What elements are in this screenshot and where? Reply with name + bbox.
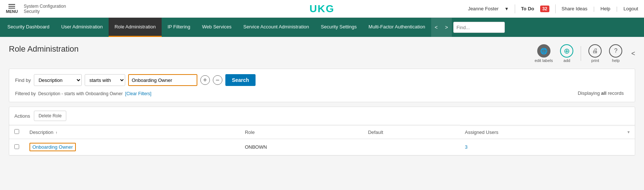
- menu-button[interactable]: MENU: [6, 4, 18, 14]
- nav-find-area: [453, 18, 505, 37]
- table-section: Actions Delete Role Description ↑ Role: [9, 107, 635, 156]
- user-name[interactable]: Jeanne Foster: [468, 6, 499, 11]
- nav-prev-button[interactable]: <: [431, 18, 441, 37]
- description-header[interactable]: Description ↑: [24, 125, 240, 139]
- top-bar: MENU System Configuration Security UKG J…: [0, 0, 644, 18]
- default-header[interactable]: Default: [363, 125, 460, 139]
- app-logo: UKG: [309, 3, 334, 15]
- row-checkbox[interactable]: [14, 144, 19, 149]
- select-all-checkbox[interactable]: [14, 129, 19, 134]
- nav-item-security-dashboard[interactable]: Security Dashboard: [1, 18, 55, 37]
- add-filter-button[interactable]: +: [200, 75, 210, 85]
- assigned-users-link[interactable]: 3: [465, 144, 468, 150]
- find-by-label: Find by: [15, 77, 31, 83]
- share-ideas-link[interactable]: Share Ideas: [562, 6, 587, 11]
- toolbar-divider: [581, 46, 581, 61]
- assigned-users-cell: 3: [460, 139, 635, 155]
- role-cell: ONBOWN: [240, 139, 363, 155]
- filter-row: Find by Description Role Default Assigne…: [15, 74, 629, 86]
- row-checkbox-cell: [9, 139, 24, 155]
- nav-item-ip-filtering[interactable]: IP Filtering: [162, 18, 196, 37]
- remove-filter-button[interactable]: −: [213, 75, 222, 85]
- breadcrumb: System Configuration Security: [24, 4, 468, 14]
- find-by-value-input[interactable]: [128, 74, 197, 86]
- clear-filters-link[interactable]: [Clear Filters]: [125, 91, 151, 96]
- assigned-users-header[interactable]: Assigned Users ▾: [460, 125, 635, 139]
- nav-item-web-services[interactable]: Web Services: [196, 18, 237, 37]
- nav-item-service-account-administration[interactable]: Service Account Administration: [237, 18, 315, 37]
- toolbar-icons: 🌐 edit labels ⊕ add 🖨 print ? help <: [535, 44, 635, 63]
- actions-bar: Actions Delete Role: [9, 107, 635, 125]
- data-table: Description ↑ Role Default Assigned User…: [9, 125, 635, 155]
- filter-info: Filtered by Description - starts with On…: [15, 91, 151, 96]
- table-row: Onboarding Owner ONBOWN 3: [9, 139, 635, 155]
- nav-item-role-administration[interactable]: Role Administration: [109, 18, 162, 37]
- select-all-header: [9, 125, 24, 139]
- search-button[interactable]: Search: [225, 74, 256, 86]
- delete-role-button[interactable]: Delete Role: [34, 111, 67, 121]
- sort-arrow-description: ↑: [56, 131, 57, 135]
- back-button[interactable]: <: [631, 50, 635, 58]
- top-right-actions: Jeanne Foster ▼ To Do 32 Share Ideas | H…: [468, 4, 638, 13]
- help-icon-button[interactable]: ? help: [609, 44, 622, 63]
- nav-item-security-settings[interactable]: Security Settings: [315, 18, 363, 37]
- find-by-field-select[interactable]: Description Role Default Assigned Users: [34, 74, 82, 86]
- description-link-wrapper: Onboarding Owner: [29, 143, 76, 151]
- default-cell: [363, 139, 460, 155]
- nav-bar: Security Dashboard User Administration R…: [0, 18, 644, 37]
- page-header: Role Administration 🌐 edit labels ⊕ add …: [9, 44, 635, 63]
- description-cell: Onboarding Owner: [24, 139, 240, 155]
- onboarding-owner-link[interactable]: Onboarding Owner: [32, 144, 73, 150]
- displaying-text: Displaying all records: [573, 89, 629, 98]
- role-header[interactable]: Role: [240, 125, 363, 139]
- print-icon: 🖨: [588, 44, 602, 58]
- page-title: Role Administration: [9, 44, 79, 54]
- nav-item-user-administration[interactable]: User Administration: [55, 18, 109, 37]
- help-link[interactable]: Help: [601, 6, 610, 11]
- nav-item-multi-factor[interactable]: Multi-Factor Authentication: [363, 18, 431, 37]
- chevron-down-icon[interactable]: ▼: [504, 6, 509, 11]
- todo-label: To Do: [521, 6, 534, 11]
- chevron-down-col-icon: ▾: [627, 129, 630, 135]
- logout-link[interactable]: Logout: [623, 6, 638, 11]
- todo-badge[interactable]: 32: [540, 6, 549, 12]
- add-button[interactable]: ⊕ add: [560, 44, 573, 63]
- print-button[interactable]: 🖨 print: [588, 44, 602, 63]
- main-content: Role Administration 🌐 edit labels ⊕ add …: [0, 37, 644, 190]
- filter-panel: Find by Description Role Default Assigne…: [9, 69, 635, 102]
- nav-next-button[interactable]: >: [441, 18, 452, 37]
- table-header-row: Description ↑ Role Default Assigned User…: [9, 125, 635, 139]
- globe-icon: 🌐: [537, 44, 550, 58]
- nav-find-input[interactable]: [453, 22, 505, 33]
- add-icon: ⊕: [560, 44, 573, 58]
- edit-labels-button[interactable]: 🌐 edit labels: [535, 44, 553, 63]
- find-by-condition-select[interactable]: starts with contains equals: [85, 74, 125, 86]
- help-icon: ?: [609, 44, 622, 58]
